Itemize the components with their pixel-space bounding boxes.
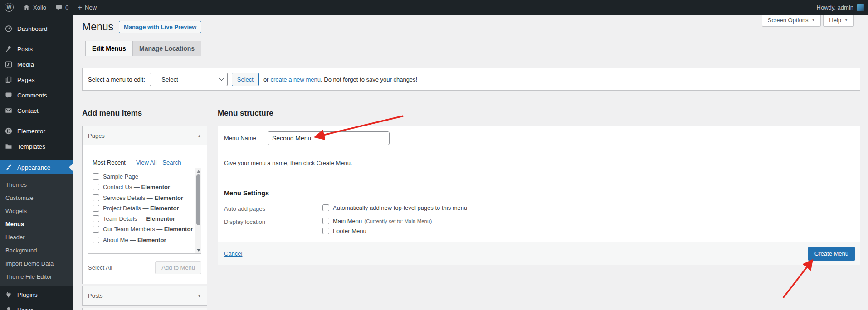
page-item-label: Services Details — xyxy=(103,194,154,201)
collapse-arrow-icon: ▲ xyxy=(197,134,201,138)
sidebar-item-elementor[interactable]: Elementor xyxy=(0,123,73,139)
pages-panel-title: Pages xyxy=(88,132,105,139)
sidebar-item-label: Posts xyxy=(17,46,33,53)
menu-select-bar: Select a menu to edit: — Select — Select… xyxy=(82,68,860,91)
main-content: Screen Options ▼ Help ▼ Menus Manage wit… xyxy=(73,15,868,310)
page-checkbox[interactable] xyxy=(93,205,99,212)
screen-options-button[interactable]: Screen Options ▼ xyxy=(762,15,821,27)
pin-icon xyxy=(4,45,13,53)
wordpress-logo-menu[interactable]: W xyxy=(0,0,18,15)
scrollbar[interactable] xyxy=(195,168,201,253)
pages-panel: Pages ▲ Most Recent View All Search Samp… xyxy=(82,126,207,284)
pages-panel-footer: Select All Add to Menu xyxy=(88,261,201,274)
next-accordion-partial xyxy=(82,308,207,310)
user-avatar[interactable] xyxy=(857,4,864,11)
chevron-down-icon: ▼ xyxy=(844,18,848,22)
create-menu-button[interactable]: Create Menu xyxy=(808,247,855,261)
page-item-label: Our Team Members — xyxy=(103,226,164,232)
sidebar-item-appearance[interactable]: Appearance xyxy=(0,160,73,174)
submenu-item-menus[interactable]: Menus xyxy=(0,218,73,231)
sidebar-item-label: Elementor xyxy=(17,128,45,135)
submenu-item-header[interactable]: Header xyxy=(0,231,73,244)
scroll-up-icon[interactable] xyxy=(197,170,200,173)
comments-shortcut[interactable]: 0 xyxy=(51,0,73,15)
howdy-text[interactable]: Howdy, admin xyxy=(817,4,853,11)
page-item-suffix: Elementor xyxy=(141,184,171,190)
sidebar-item-label: Plugins xyxy=(17,291,38,298)
sidebar-item-posts[interactable]: Posts xyxy=(0,41,73,57)
admin-bar: W Xolio 0 + New Howdy, admin xyxy=(0,0,868,15)
display-location-row: Display location Main Menu (Currently se… xyxy=(224,218,860,234)
menu-structure-heading: Menu structure xyxy=(218,109,273,118)
sidebar-item-media[interactable]: Media xyxy=(0,57,73,72)
submenu-item-theme-file-editor[interactable]: Theme File Editor xyxy=(0,270,73,283)
select-button[interactable]: Select xyxy=(232,73,259,86)
page-item-suffix: Elementor xyxy=(164,226,193,232)
footer-menu-checkbox[interactable] xyxy=(322,228,329,234)
auto-add-checkbox[interactable] xyxy=(322,204,329,211)
help-button[interactable]: Help ▼ xyxy=(823,15,854,27)
menu-settings-heading: Menu Settings xyxy=(224,189,860,197)
structure-panel-footer: Cancel Create Menu xyxy=(218,242,860,265)
manage-live-preview-button[interactable]: Manage with Live Preview xyxy=(119,21,201,33)
sidebar-item-pages[interactable]: Pages xyxy=(0,72,73,87)
scroll-down-icon[interactable] xyxy=(197,249,200,252)
page-item-suffix: Elementor xyxy=(146,215,175,222)
tab-view-all[interactable]: View All xyxy=(136,159,156,168)
sidebar-item-plugins[interactable]: Plugins xyxy=(0,287,73,302)
select-all-link[interactable]: Select All xyxy=(88,264,112,271)
tab-most-recent[interactable]: Most Recent xyxy=(88,157,130,168)
menu-settings-section: Menu Settings Auto add pages Automatical… xyxy=(218,181,860,234)
menu-name-input[interactable] xyxy=(268,131,390,145)
site-name-menu[interactable]: Xolio xyxy=(18,0,51,15)
tab-search[interactable]: Search xyxy=(162,159,181,168)
page-checkbox[interactable] xyxy=(93,184,99,190)
page-checkbox[interactable] xyxy=(93,194,99,201)
page-checkbox[interactable] xyxy=(93,215,99,222)
create-new-menu-link[interactable]: create a new menu xyxy=(270,76,321,83)
page-item-suffix: Elementor xyxy=(150,205,179,212)
submenu-item-customize[interactable]: Customize xyxy=(0,191,73,204)
plus-icon: + xyxy=(78,4,82,11)
submenu-item-background[interactable]: Background xyxy=(0,244,73,257)
sidebar-item-label: Dashboard xyxy=(17,25,48,32)
sidebar-item-label: Users xyxy=(17,307,34,310)
sidebar-item-dashboard[interactable]: Dashboard xyxy=(0,21,73,36)
posts-panel-title: Posts xyxy=(88,292,103,299)
menu-select-dropdown[interactable]: — Select — xyxy=(150,73,228,86)
save-changes-note: . Do not forget to save your changes! xyxy=(321,76,417,83)
page-checkbox[interactable] xyxy=(93,237,99,243)
select-menu-label: Select a menu to edit: xyxy=(88,76,145,83)
pages-icon xyxy=(4,76,13,84)
submenu-item-import-demo-data[interactable]: Import Demo Data xyxy=(0,257,73,270)
sidebar-item-label: Comments xyxy=(17,92,47,99)
sidebar-item-users[interactable]: Users xyxy=(0,302,73,310)
page-checkbox[interactable] xyxy=(93,173,99,180)
menu-structure-panel: Menu Name Give your menu a name, then cl… xyxy=(218,126,860,265)
menu-name-hint: Give your menu a name, then click Create… xyxy=(218,150,860,181)
page-checkbox[interactable] xyxy=(93,226,99,232)
submenu-item-themes[interactable]: Themes xyxy=(0,178,73,191)
page-title-row: Menus Manage with Live Preview xyxy=(82,21,201,33)
pages-inner-tabs: Most Recent View All Search xyxy=(88,157,201,168)
sidebar-item-contact[interactable]: Contact xyxy=(0,103,73,118)
add-to-menu-button[interactable]: Add to Menu xyxy=(155,261,201,274)
submenu-item-widgets[interactable]: Widgets xyxy=(0,204,73,218)
chevron-down-icon: ▼ xyxy=(811,18,815,22)
media-icon xyxy=(4,60,13,68)
sidebar-item-comments[interactable]: Comments xyxy=(0,87,73,103)
user-icon xyxy=(4,306,13,310)
sidebar-item-templates[interactable]: Templates xyxy=(0,139,73,154)
tab-manage-locations[interactable]: Manage Locations xyxy=(132,41,201,56)
main-menu-label: Main Menu xyxy=(333,218,362,224)
pages-accordion-header[interactable]: Pages ▲ xyxy=(83,126,207,145)
admin-bar-left: W Xolio 0 + New xyxy=(0,0,101,15)
menu-name-label: Menu Name xyxy=(224,135,262,141)
new-content-menu[interactable]: + New xyxy=(73,0,101,15)
posts-accordion-header[interactable]: Posts ▼ xyxy=(82,286,207,306)
cancel-link[interactable]: Cancel xyxy=(224,250,242,257)
tab-edit-menus[interactable]: Edit Menus xyxy=(85,41,133,56)
pages-panel-body: Most Recent View All Search Sample Page … xyxy=(83,145,207,274)
main-menu-checkbox[interactable] xyxy=(322,218,329,224)
scrollbar-thumb[interactable] xyxy=(196,174,200,225)
